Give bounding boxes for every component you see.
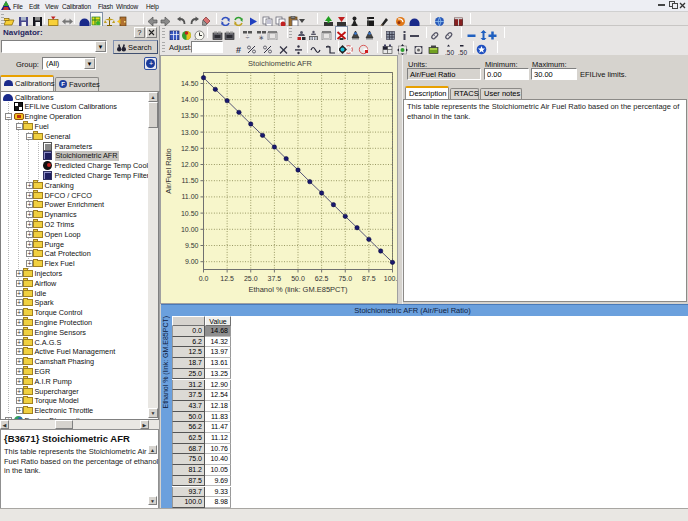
svg-text:11.50: 11.50 xyxy=(182,177,199,184)
svg-text:37.5: 37.5 xyxy=(268,275,282,282)
svg-text:12.5: 12.5 xyxy=(220,275,234,282)
svg-text:10.50: 10.50 xyxy=(181,210,199,217)
svg-text:Air/Fuel Ratio: Air/Fuel Ratio xyxy=(164,148,173,193)
svg-text:100.0: 100.0 xyxy=(384,275,397,282)
svg-text:75.0: 75.0 xyxy=(338,275,352,282)
svg-text:62.5: 62.5 xyxy=(315,275,329,282)
svg-text:12.00: 12.00 xyxy=(181,161,199,168)
svg-text:0.0: 0.0 xyxy=(199,275,209,282)
svg-text:9.50: 9.50 xyxy=(185,242,199,249)
svg-text:13.00: 13.00 xyxy=(181,129,199,136)
svg-text:14.00: 14.00 xyxy=(181,96,199,103)
svg-text:12.50: 12.50 xyxy=(181,145,199,152)
svg-text:Stoichiometric AFR: Stoichiometric AFR xyxy=(248,59,312,68)
svg-text:14.50: 14.50 xyxy=(181,80,199,87)
svg-text:10.00: 10.00 xyxy=(181,226,199,233)
svg-text:25.0: 25.0 xyxy=(244,275,258,282)
svg-text:50.0: 50.0 xyxy=(291,275,305,282)
svg-text:87.5: 87.5 xyxy=(362,275,376,282)
svg-text:13.50: 13.50 xyxy=(181,112,199,119)
svg-text:#: # xyxy=(236,45,241,55)
svg-text:Ethanol % (link: GM.E85PCT): Ethanol % (link: GM.E85PCT) xyxy=(248,285,348,294)
svg-text:9.00: 9.00 xyxy=(185,258,199,265)
svg-text:11.00: 11.00 xyxy=(182,193,199,200)
